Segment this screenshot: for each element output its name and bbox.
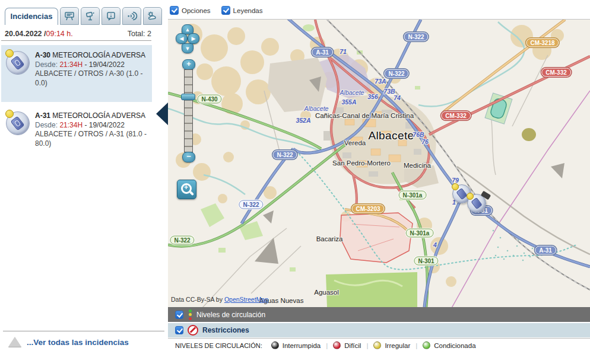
leyendas-label: Leyendas (233, 7, 263, 14)
incident-location: ALBACETE / OTROS / A-30 (1.0 - 0.0) (35, 69, 149, 88)
incident-location: ALBACETE / OTROS / A-31 (81.0 - 80.0) (35, 130, 149, 148)
desde-label: Desde: (35, 121, 58, 129)
map-road-shield: A-31 (312, 48, 333, 57)
legend-label: Condicionada (434, 342, 475, 349)
incident-glyph-icon (10, 116, 24, 131)
layer-bar-niveles: Niveles de circulación (168, 307, 590, 322)
map-road-shield: N-301a (399, 191, 427, 200)
map-place-label: Medicina (404, 162, 431, 170)
incident-type-icon (6, 111, 30, 135)
incident-status-dot-icon (467, 193, 474, 200)
leyendas-checkbox[interactable] (221, 6, 230, 15)
collapse-panel-arrow[interactable] (156, 101, 169, 126)
incident-glyph-icon (471, 197, 482, 209)
incident-road: A-30 (35, 51, 50, 59)
weather-icon[interactable] (143, 7, 162, 25)
map-road-shield: CM-3218 (526, 39, 559, 47)
opciones-label: Opciones (182, 7, 211, 14)
zoom-in-button[interactable]: + (182, 59, 195, 70)
incident-status-dot-icon (452, 183, 459, 190)
radar-icon[interactable] (122, 7, 141, 25)
map-viewport[interactable]: A-3171N-322N-322CM-3218CM-332CM-332N-430… (168, 19, 590, 308)
view-all-incidents-link[interactable]: ...Ver todas las incidencias (8, 337, 129, 347)
map-exit-number: 74 (394, 95, 401, 102)
restricciones-label: Restricciones (202, 326, 249, 334)
map-exit-number: 73A (375, 78, 386, 85)
map-exit-number: 355A (341, 99, 356, 106)
map-road-shield: N-322 (272, 151, 297, 159)
map-road-shield: N-430 (197, 95, 221, 104)
opciones-checkbox[interactable] (170, 6, 179, 15)
incident-type-icon (6, 51, 30, 75)
legend-dot-icon (271, 341, 279, 349)
layer-bar-restricciones: Restricciones (168, 323, 590, 337)
tab-incidencias[interactable]: Incidencias (5, 8, 58, 25)
map-place-label: Cañicas-Canal de María Cristina (315, 112, 414, 120)
leyendas-toggle[interactable]: Leyendas (221, 6, 263, 15)
legend-dot-icon (333, 341, 341, 349)
opciones-toggle[interactable]: Opciones (170, 6, 211, 15)
map-road-shield: N-322 (404, 33, 428, 41)
info-panel-icon[interactable] (101, 7, 120, 25)
incident-title: METEOROLOGÍA ADVERSA (52, 111, 145, 120)
incident-date: - 19/04/2022 (84, 121, 124, 129)
current-date: 20.04.2022 (5, 30, 42, 38)
pan-right-button[interactable]: ▶ (188, 33, 199, 44)
map-road-shield: N-322 (239, 200, 263, 209)
zoom-slider-track[interactable] (184, 69, 193, 152)
incidents-total: Total: 2 (128, 30, 151, 38)
map-road-shield: CM-332 (441, 111, 471, 120)
incident-road: A-31 (35, 111, 50, 120)
map-exit-number: 4 (433, 242, 437, 249)
legend-separator: | (366, 342, 368, 349)
map-road-shield: N-301a (406, 229, 434, 238)
incident-text: A-31 METEOROLOGÍA ADVERSA Desde: 21:34H … (35, 111, 149, 168)
map-region: Opciones Leyendas (168, 0, 590, 364)
legend-dot-icon (423, 341, 430, 349)
map-place-label: Vereda (344, 139, 366, 147)
vms-panel-icon[interactable] (60, 7, 79, 25)
restricciones-checkbox[interactable] (175, 326, 183, 334)
legend-title: NIVELES DE CIRCULACIÓN: (175, 342, 262, 349)
legend-label: Difícil (344, 342, 361, 349)
map-exit-number: 76B (413, 132, 424, 139)
map-topbar: Opciones Leyendas (170, 6, 262, 15)
map-exit-number: 352A (296, 117, 310, 124)
legend-items: Interrumpida|Difícil|Irregular|Condicion… (271, 341, 476, 349)
map-place-label: San Pedro-Mortero (332, 159, 391, 167)
legend-dot-icon (373, 341, 381, 349)
map-place-label: Albacete (368, 130, 414, 142)
zoom-out-button[interactable]: − (182, 152, 195, 162)
incident-item-a31[interactable]: A-31 METEOROLOGÍA ADVERSA Desde: 21:34H … (1, 106, 152, 168)
incident-status-dot-icon (5, 49, 14, 58)
current-time: 09:14 h. (46, 30, 73, 38)
legend-separator: | (326, 342, 328, 349)
niveles-checkbox[interactable] (175, 311, 183, 319)
desde-label: Desde: (35, 60, 58, 69)
incident-item-a30[interactable]: A-30 METEOROLOGÍA ADVERSA Desde: 21:34H … (1, 45, 152, 102)
date-row: 20.04.2022 /09:14 h. Total: 2 (5, 30, 151, 38)
magnifier-zoom-box-button[interactable] (177, 180, 196, 199)
sidebar-icon-tabs (60, 7, 162, 25)
legend-separator: | (415, 342, 417, 349)
camera-icon[interactable] (81, 7, 100, 25)
incident-glyph-icon (10, 56, 24, 71)
map-labels: A-3171N-322N-322CM-3218CM-332CM-332N-430… (168, 20, 590, 308)
traffic-light-icon (188, 309, 192, 321)
map-attribution: Data CC-By-SA by OpenStreetMap (171, 296, 268, 303)
legend-label: Irregular (385, 342, 410, 349)
openstreetmap-link[interactable]: OpenStreetMap (224, 296, 268, 303)
map-road-shield: CM-3203 (351, 205, 384, 213)
pan-down-button[interactable]: ▼ (182, 43, 194, 53)
incident-glyph-icon (456, 188, 467, 200)
divider (1, 40, 151, 41)
pan-left-button[interactable]: ◀ (176, 33, 188, 44)
map-exit-number: 356 (367, 94, 378, 101)
triangle-icon (8, 337, 21, 347)
zoom-slider-handle[interactable] (181, 94, 195, 100)
legend-label: Interrumpida (283, 342, 321, 349)
legend-bar: NIVELES DE CIRCULACIÓN: Interrumpida|Dif… (168, 338, 590, 352)
map-road-shield: N-322 (170, 236, 194, 245)
incident-text: A-30 METEOROLOGÍA ADVERSA Desde: 21:34H … (35, 51, 149, 102)
incident-title: METEOROLOGÍA ADVERSA (52, 51, 145, 59)
